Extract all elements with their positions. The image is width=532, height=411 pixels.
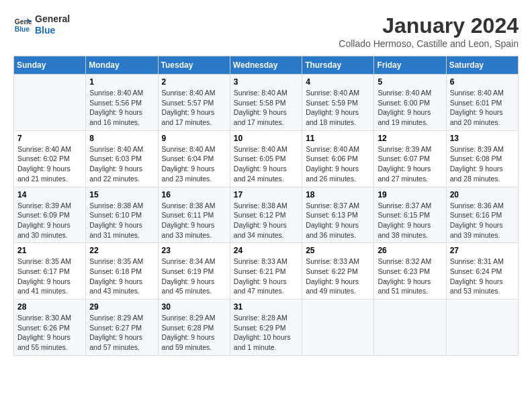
day-cell: 7Sunrise: 8:40 AM Sunset: 6:02 PM Daylig…	[14, 130, 86, 187]
page-header: General Blue General Blue January 2024 C…	[13, 13, 519, 49]
calendar-table: SundayMondayTuesdayWednesdayThursdayFrid…	[13, 56, 519, 356]
svg-text:General: General	[15, 18, 32, 26]
day-detail: Sunrise: 8:39 AM Sunset: 6:09 PM Dayligh…	[17, 201, 82, 240]
col-header-tuesday: Tuesday	[158, 56, 230, 75]
week-row-1: 1Sunrise: 8:40 AM Sunset: 5:56 PM Daylig…	[14, 75, 519, 131]
col-header-monday: Monday	[86, 56, 158, 75]
day-number: 1	[89, 77, 154, 87]
title-block: January 2024 Collado Hermoso, Castille a…	[339, 13, 519, 49]
day-number: 27	[450, 246, 515, 255]
day-cell: 26Sunrise: 8:32 AM Sunset: 6:23 PM Dayli…	[374, 243, 446, 300]
day-number: 29	[89, 302, 154, 312]
day-number: 13	[450, 134, 515, 143]
day-cell: 14Sunrise: 8:39 AM Sunset: 6:09 PM Dayli…	[14, 187, 86, 243]
day-cell: 18Sunrise: 8:37 AM Sunset: 6:13 PM Dayli…	[302, 187, 374, 243]
day-number: 7	[17, 134, 82, 143]
day-cell: 13Sunrise: 8:39 AM Sunset: 6:08 PM Dayli…	[446, 130, 518, 187]
day-number: 16	[162, 190, 226, 199]
day-number: 22	[89, 246, 154, 255]
day-detail: Sunrise: 8:34 AM Sunset: 6:19 PM Dayligh…	[162, 257, 226, 296]
col-header-thursday: Thursday	[302, 56, 374, 75]
day-number: 18	[306, 190, 370, 199]
day-number: 21	[17, 246, 82, 255]
day-detail: Sunrise: 8:35 AM Sunset: 6:18 PM Dayligh…	[89, 257, 154, 296]
day-cell: 20Sunrise: 8:36 AM Sunset: 6:16 PM Dayli…	[446, 187, 518, 243]
svg-text:Blue: Blue	[15, 26, 30, 33]
day-detail: Sunrise: 8:40 AM Sunset: 6:02 PM Dayligh…	[17, 144, 82, 184]
day-cell: 29Sunrise: 8:29 AM Sunset: 6:27 PM Dayli…	[86, 300, 158, 356]
day-number: 2	[162, 77, 226, 87]
day-cell	[374, 300, 446, 356]
day-number: 3	[234, 77, 298, 87]
day-cell	[302, 300, 374, 356]
day-number: 31	[234, 302, 298, 312]
day-cell: 19Sunrise: 8:37 AM Sunset: 6:15 PM Dayli…	[374, 187, 446, 243]
day-number: 6	[450, 77, 515, 87]
logo-icon: General Blue	[13, 15, 32, 34]
day-cell: 21Sunrise: 8:35 AM Sunset: 6:17 PM Dayli…	[14, 243, 86, 300]
day-detail: Sunrise: 8:40 AM Sunset: 5:59 PM Dayligh…	[306, 88, 370, 128]
day-cell: 9Sunrise: 8:40 AM Sunset: 6:04 PM Daylig…	[158, 130, 230, 187]
day-number: 14	[17, 190, 82, 199]
col-header-saturday: Saturday	[446, 56, 518, 75]
week-row-4: 21Sunrise: 8:35 AM Sunset: 6:17 PM Dayli…	[14, 243, 519, 300]
day-cell: 10Sunrise: 8:40 AM Sunset: 6:05 PM Dayli…	[230, 130, 302, 187]
subtitle: Collado Hermoso, Castille and Leon, Spai…	[339, 38, 519, 49]
day-cell: 4Sunrise: 8:40 AM Sunset: 5:59 PM Daylig…	[302, 75, 374, 131]
day-detail: Sunrise: 8:29 AM Sunset: 6:27 PM Dayligh…	[89, 313, 154, 353]
day-number: 4	[306, 77, 370, 87]
week-row-5: 28Sunrise: 8:30 AM Sunset: 6:26 PM Dayli…	[14, 300, 519, 356]
day-detail: Sunrise: 8:40 AM Sunset: 5:56 PM Dayligh…	[89, 88, 154, 128]
day-number: 11	[306, 134, 370, 143]
day-cell: 27Sunrise: 8:31 AM Sunset: 6:24 PM Dayli…	[446, 243, 518, 300]
week-row-2: 7Sunrise: 8:40 AM Sunset: 6:02 PM Daylig…	[14, 130, 519, 187]
day-cell: 11Sunrise: 8:40 AM Sunset: 6:06 PM Dayli…	[302, 130, 374, 187]
day-detail: Sunrise: 8:37 AM Sunset: 6:15 PM Dayligh…	[378, 201, 442, 240]
day-number: 17	[234, 190, 298, 199]
day-detail: Sunrise: 8:33 AM Sunset: 6:21 PM Dayligh…	[234, 257, 298, 296]
day-cell: 5Sunrise: 8:40 AM Sunset: 6:00 PM Daylig…	[374, 75, 446, 131]
calendar-header-row: SundayMondayTuesdayWednesdayThursdayFrid…	[14, 56, 519, 75]
day-detail: Sunrise: 8:35 AM Sunset: 6:17 PM Dayligh…	[17, 257, 82, 296]
day-detail: Sunrise: 8:32 AM Sunset: 6:23 PM Dayligh…	[378, 257, 442, 296]
day-detail: Sunrise: 8:39 AM Sunset: 6:07 PM Dayligh…	[378, 144, 442, 184]
col-header-friday: Friday	[374, 56, 446, 75]
day-cell: 2Sunrise: 8:40 AM Sunset: 5:57 PM Daylig…	[158, 75, 230, 131]
day-cell: 6Sunrise: 8:40 AM Sunset: 6:01 PM Daylig…	[446, 75, 518, 131]
day-detail: Sunrise: 8:39 AM Sunset: 6:08 PM Dayligh…	[450, 144, 515, 184]
day-cell: 30Sunrise: 8:29 AM Sunset: 6:28 PM Dayli…	[158, 300, 230, 356]
day-cell: 23Sunrise: 8:34 AM Sunset: 6:19 PM Dayli…	[158, 243, 230, 300]
day-number: 12	[378, 134, 442, 143]
day-detail: Sunrise: 8:40 AM Sunset: 6:06 PM Dayligh…	[306, 144, 370, 184]
day-cell: 8Sunrise: 8:40 AM Sunset: 6:03 PM Daylig…	[86, 130, 158, 187]
day-cell	[446, 300, 518, 356]
day-number: 19	[378, 190, 442, 199]
day-cell	[14, 75, 86, 131]
day-detail: Sunrise: 8:40 AM Sunset: 6:05 PM Dayligh…	[234, 144, 298, 184]
day-number: 9	[162, 134, 226, 143]
day-detail: Sunrise: 8:37 AM Sunset: 6:13 PM Dayligh…	[306, 201, 370, 240]
day-detail: Sunrise: 8:38 AM Sunset: 6:11 PM Dayligh…	[162, 201, 226, 240]
day-number: 20	[450, 190, 515, 199]
day-detail: Sunrise: 8:40 AM Sunset: 6:04 PM Dayligh…	[162, 144, 226, 184]
day-detail: Sunrise: 8:36 AM Sunset: 6:16 PM Dayligh…	[450, 201, 515, 240]
logo-line1: General	[35, 13, 70, 25]
day-detail: Sunrise: 8:30 AM Sunset: 6:26 PM Dayligh…	[17, 313, 82, 353]
day-detail: Sunrise: 8:40 AM Sunset: 5:57 PM Dayligh…	[162, 88, 226, 128]
day-cell: 12Sunrise: 8:39 AM Sunset: 6:07 PM Dayli…	[374, 130, 446, 187]
week-row-3: 14Sunrise: 8:39 AM Sunset: 6:09 PM Dayli…	[14, 187, 519, 243]
day-detail: Sunrise: 8:40 AM Sunset: 5:58 PM Dayligh…	[234, 88, 298, 128]
logo-line2: Blue	[35, 25, 70, 36]
day-cell: 3Sunrise: 8:40 AM Sunset: 5:58 PM Daylig…	[230, 75, 302, 131]
day-detail: Sunrise: 8:31 AM Sunset: 6:24 PM Dayligh…	[450, 257, 515, 296]
day-detail: Sunrise: 8:33 AM Sunset: 6:22 PM Dayligh…	[306, 257, 370, 296]
day-detail: Sunrise: 8:40 AM Sunset: 6:03 PM Dayligh…	[89, 144, 154, 184]
day-cell: 15Sunrise: 8:38 AM Sunset: 6:10 PM Dayli…	[86, 187, 158, 243]
day-cell: 24Sunrise: 8:33 AM Sunset: 6:21 PM Dayli…	[230, 243, 302, 300]
day-number: 26	[378, 246, 442, 255]
day-detail: Sunrise: 8:38 AM Sunset: 6:12 PM Dayligh…	[234, 201, 298, 240]
day-cell: 28Sunrise: 8:30 AM Sunset: 6:26 PM Dayli…	[14, 300, 86, 356]
day-detail: Sunrise: 8:40 AM Sunset: 6:00 PM Dayligh…	[378, 88, 442, 128]
day-cell: 22Sunrise: 8:35 AM Sunset: 6:18 PM Dayli…	[86, 243, 158, 300]
day-cell: 25Sunrise: 8:33 AM Sunset: 6:22 PM Dayli…	[302, 243, 374, 300]
